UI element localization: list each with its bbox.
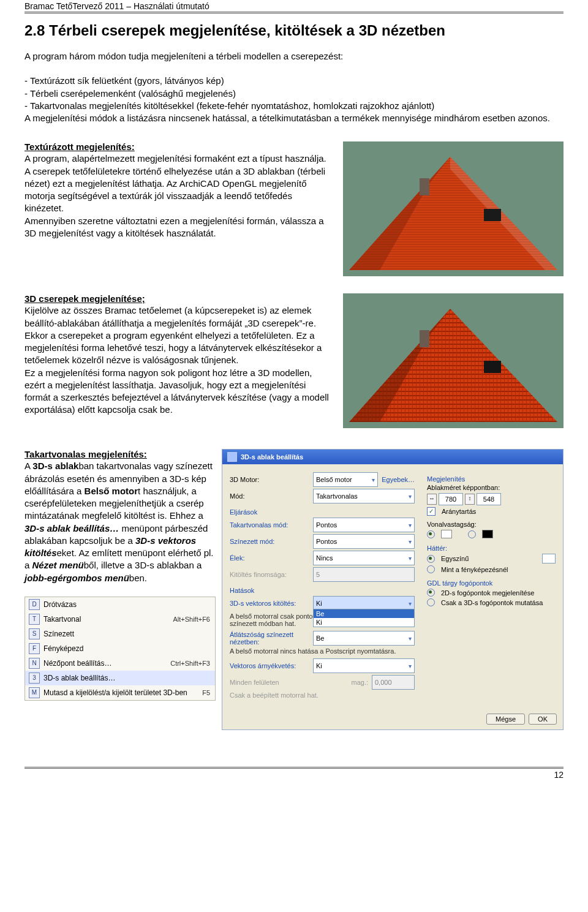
svg-rect-14 bbox=[484, 361, 501, 373]
header-rule bbox=[24, 13, 564, 13]
menu-item-1[interactable]: TTakartvonalAlt+Shift+F6 bbox=[25, 612, 215, 627]
svg-rect-13 bbox=[420, 330, 429, 347]
vonal-radio-thin[interactable] bbox=[427, 530, 435, 538]
menu-item-3[interactable]: FFényképezd bbox=[25, 641, 215, 656]
gdl1-label: 2D-s fogópontok megjelenítése bbox=[441, 589, 534, 597]
menu-icon: 3 bbox=[29, 673, 40, 684]
dialog-title-text: 3D-s ablak beállítás bbox=[241, 453, 303, 461]
block2-title: 3D cserepek megjelenítése; bbox=[24, 293, 145, 304]
bullet-1: - Textúrázott sík felüetként (gyors, lát… bbox=[24, 75, 564, 87]
menu-item-2[interactable]: SSzínezett bbox=[25, 627, 215, 641]
menu-item-label: Fényképezd bbox=[43, 644, 206, 653]
vekt-option-be[interactable]: Be bbox=[314, 609, 414, 618]
ablakmeret-label: Ablakméret képpontban: bbox=[427, 484, 556, 491]
motor-select[interactable]: Belső motor▾ bbox=[313, 472, 378, 487]
color-swatch[interactable] bbox=[542, 554, 556, 563]
egyebek-link[interactable]: Egyebek… bbox=[382, 476, 415, 483]
svg-rect-5 bbox=[420, 178, 429, 195]
hatter-radio-egyszinu[interactable] bbox=[427, 555, 435, 563]
chevron-down-icon: ▾ bbox=[409, 663, 412, 669]
menu-item-4[interactable]: NNézőpont beállítás…Ctrl+Shift+F3 bbox=[25, 656, 215, 671]
block1-title: Textúrázott megjelenítés: bbox=[24, 141, 135, 152]
block2-text: Kijelölve az összes Bramac tetőelemet (a… bbox=[24, 304, 331, 416]
svg-rect-6 bbox=[484, 209, 501, 221]
atl-label: Átlátszóság színezett nézetben: bbox=[230, 631, 309, 646]
arany-checkbox[interactable]: ✓ bbox=[427, 507, 435, 516]
3d-settings-dialog: 3D-s ablak beállítás 3D Motor: Belső mot… bbox=[222, 449, 564, 730]
atl-note: A belső motorral nincs hatása a Postscri… bbox=[230, 647, 415, 655]
gdl-radio-3d[interactable] bbox=[427, 598, 435, 606]
mod-select[interactable]: Takartvonalas▾ bbox=[313, 489, 415, 503]
bullet-3: - Takartvonalas megjelenítés kitöltésekk… bbox=[24, 100, 564, 112]
menu-item-shortcut: F5 bbox=[202, 689, 210, 696]
vonal-label: Vonalvastagság: bbox=[427, 521, 556, 528]
chevron-down-icon: ▾ bbox=[409, 538, 412, 545]
menu-item-5[interactable]: 33D-s ablak beállítás… bbox=[25, 671, 215, 685]
arny-select[interactable]: Ki▾ bbox=[313, 658, 415, 673]
gdl-radio-2d[interactable] bbox=[427, 589, 435, 597]
group-hatasok: Hatások bbox=[230, 587, 415, 594]
menu-icon: M bbox=[29, 687, 40, 698]
arany-label: Aránytartás bbox=[442, 508, 476, 515]
mod-label: Mód: bbox=[230, 492, 309, 500]
menu-icon: D bbox=[29, 599, 40, 610]
menu-icon: S bbox=[29, 628, 40, 639]
szin-select[interactable]: Pontos▾ bbox=[313, 534, 415, 549]
chevron-down-icon: ▾ bbox=[409, 493, 412, 500]
arny-label: Vektoros árnyékvetés: bbox=[230, 662, 309, 669]
hatter-label: Háttér: bbox=[427, 545, 556, 552]
elek-label: Élek: bbox=[230, 554, 309, 562]
menu-icon: F bbox=[29, 643, 40, 654]
context-menu: DDrótvázasTTakartvonalAlt+Shift+F6SSzíne… bbox=[24, 597, 216, 701]
bullet-2: - Térbeli cserépelemenként (valósághű me… bbox=[24, 88, 564, 100]
finom-label: Kitöltés finomsága: bbox=[230, 571, 309, 578]
dialog-titlebar: 3D-s ablak beállítás bbox=[222, 450, 563, 464]
gdl2-label: Csak a 3D-s fogópontok mutatása bbox=[441, 599, 543, 606]
chevron-down-icon: ▾ bbox=[409, 555, 412, 562]
page-number: 12 bbox=[24, 770, 564, 780]
section-heading: 2.8 Térbeli cserepek megjelenítése, kitö… bbox=[24, 22, 564, 39]
atl-select[interactable]: Be▾ bbox=[313, 631, 415, 646]
minden-label: Minden felületen bbox=[230, 679, 279, 686]
footer-rule2 bbox=[24, 768, 564, 769]
vekt-label: 3D-s vektoros kitöltés: bbox=[230, 600, 309, 607]
width-stepper[interactable]: ↔780 ↕548 bbox=[427, 493, 501, 505]
takart-select[interactable]: Pontos▾ bbox=[313, 518, 415, 532]
dialog-icon bbox=[227, 452, 237, 462]
footer-rule bbox=[24, 767, 564, 767]
szin-label: Színezett mód: bbox=[230, 538, 309, 545]
intro-text-2: A megjelenítési módok a listázásra nincs… bbox=[24, 112, 564, 124]
chevron-down-icon: ▾ bbox=[409, 522, 412, 529]
elek-select[interactable]: Nincs▾ bbox=[313, 551, 415, 565]
intro-text: A program három módon tudja megjeleníten… bbox=[24, 50, 564, 62]
menu-item-6[interactable]: MMutasd a kijelölést/a kijelölt területe… bbox=[25, 685, 215, 700]
block1-text: A program, alapértelmezett megjelenítési… bbox=[24, 153, 331, 239]
finom-field: 5 bbox=[313, 567, 415, 582]
ok-button[interactable]: OK bbox=[529, 714, 557, 725]
menu-icon: N bbox=[29, 658, 40, 669]
chevron-down-icon: ▾ bbox=[409, 600, 412, 607]
menu-item-0[interactable]: DDrótvázas bbox=[25, 597, 215, 612]
mag-field: 0,000 bbox=[372, 675, 415, 690]
menu-item-shortcut: Ctrl+Shift+F3 bbox=[170, 660, 210, 667]
roof-3d-image bbox=[343, 293, 564, 428]
motor-label: 3D Motor: bbox=[230, 476, 309, 483]
chevron-down-icon: ▾ bbox=[409, 635, 412, 642]
group-eljarasok: Eljárások bbox=[230, 508, 415, 516]
takart-label: Takartvonalas mód: bbox=[230, 521, 309, 529]
csak-note: Csak a beépített motorral hat. bbox=[230, 692, 415, 699]
vonal-radio-thick[interactable] bbox=[468, 530, 476, 538]
block3-title: Takartvonalas megjelenítés: bbox=[24, 449, 147, 459]
doc-header: Bramac TetőTervező 2011 – Használati útm… bbox=[24, 0, 564, 12]
vekt-select[interactable]: Ki▾ Be Ki bbox=[313, 596, 415, 611]
mintfk-label: Mint a fényképezésnél bbox=[441, 566, 508, 573]
menu-item-label: Takartvonal bbox=[43, 615, 169, 624]
egyszinu-label: Egyszínű bbox=[441, 555, 469, 562]
hatter-radio-fenykep[interactable] bbox=[427, 565, 435, 573]
menu-item-label: Színezett bbox=[43, 630, 206, 638]
cancel-button[interactable]: Mégse bbox=[486, 714, 525, 725]
menu-item-label: Nézőpont beállítás… bbox=[43, 659, 167, 668]
menu-item-label: 3D-s ablak beállítás… bbox=[43, 674, 206, 682]
vekt-option-ki[interactable]: Ki bbox=[314, 618, 414, 627]
roof-texture-image bbox=[343, 141, 564, 276]
